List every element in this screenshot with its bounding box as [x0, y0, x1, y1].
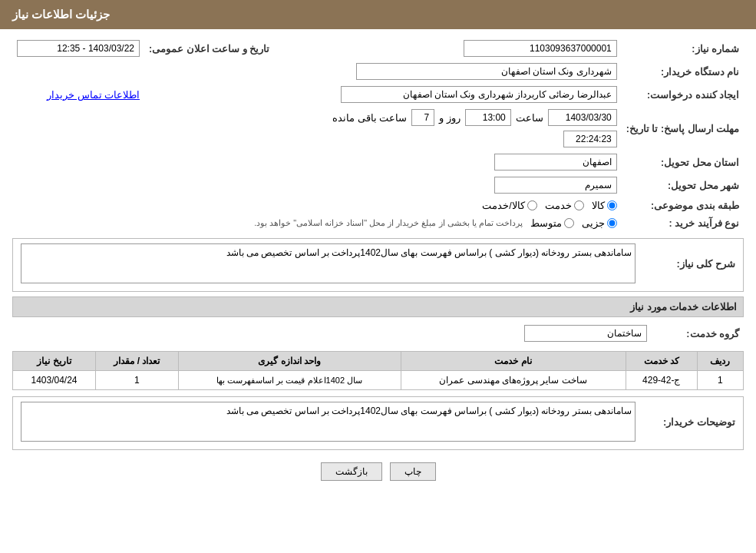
motevaset-label: متوسط [530, 217, 562, 229]
col-tedad: تعداد / مقدار [95, 352, 178, 371]
shomare-niaz-value: 1103093637000001 [464, 40, 617, 57]
page-title: جزئیات اطلاعات نیاز [12, 8, 110, 21]
print-button[interactable]: چاپ [390, 462, 436, 481]
sharh-label: شرح کلی نیاز: [636, 258, 735, 270]
mohlat-cell: 1403/03/30 ساعت 13:00 روز و 7 ساعت باقی … [297, 106, 622, 151]
radio-kala-khedmat[interactable]: کالا/خدمت [482, 200, 536, 211]
tarikh-cell: 1403/03/22 - 12:35 [12, 37, 144, 60]
roz-label: روز و [439, 112, 460, 124]
baqi-label: ساعت باقی مانده [332, 112, 407, 124]
radio-motevaset[interactable]: متوسط [530, 217, 574, 229]
tozihat-textarea[interactable]: ساماندهی بستر رودخانه (دیوار کشی ) براسا… [21, 402, 636, 442]
nam-dastgah-value: شهرداری ونک استان اصفهان [356, 63, 617, 80]
tabaqe-label: طبقه بندی موضوعی: [622, 197, 744, 214]
mohlat-baqi: 22:24:23 [563, 131, 617, 147]
services-table: ردیف کد خدمت نام خدمت واحد اندازه گیری ت… [12, 351, 744, 390]
sharh-textarea[interactable]: ساماندهی بستر رودخانه (دیوار کشی ) براسا… [21, 243, 636, 283]
cell-kod: ج-42-429 [626, 371, 697, 390]
sharh-section: شرح کلی نیاز: ساماندهی بستر رودخانه (دیو… [12, 238, 744, 292]
cell-tarikh: 1403/04/24 [13, 371, 96, 390]
grohe-cell: ساختمان [12, 322, 652, 345]
col-radif: ردیف [697, 352, 743, 371]
ostan-label: استان محل تحویل: [622, 151, 744, 174]
shahr-value: سمیرم [494, 177, 617, 194]
table-row: 1 ج-42-429 ساخت سایر پروژه‌های مهندسی عم… [13, 371, 744, 390]
jozei-label: جزیی [582, 217, 605, 229]
tarikh-value: 1403/03/22 - 12:35 [17, 40, 140, 57]
cell-name: ساخت سایر پروژه‌های مهندسی عمران [401, 371, 626, 390]
back-button[interactable]: بازگشت [321, 462, 382, 481]
radio-jozei[interactable]: جزیی [582, 217, 617, 229]
nam-dastgah-label: نام دستگاه خریدار: [622, 60, 744, 83]
ijad-konande-value: عبدالرضا رضائی کاربرداز شهرداری ونک استا… [341, 86, 617, 103]
radio-kala[interactable]: کالا [592, 200, 617, 211]
cell-radif: 1 [697, 371, 743, 390]
buttons-row: چاپ بازگشت [12, 455, 744, 488]
mohlat-label: مهلت ارسال پاسخ: تا تاریخ: [622, 106, 744, 151]
shomare-niaz-label: شماره نیاز: [622, 37, 744, 60]
ettelaat-cell[interactable]: اطلاعات تماس خریدار [12, 83, 144, 106]
radio-khedmat[interactable]: خدمت [545, 200, 584, 211]
tabaqe-cell: کالا خدمت کالا/خدمت [12, 197, 622, 214]
mohlat-roz: 7 [411, 109, 434, 126]
mohlat-date: 1403/03/30 [548, 109, 617, 126]
tozihat-label: توضیحات خریدار: [636, 416, 735, 428]
tarikh-label: تاریخ و ساعت اعلان عمومی: [144, 37, 274, 60]
col-kod: کد خدمت [626, 352, 697, 371]
grohe-label: گروه خدمت: [652, 322, 744, 345]
kala-label: کالا [592, 200, 605, 211]
col-tarikh: تاریخ نیاز [13, 352, 96, 371]
nav-far-note: پرداخت تمام یا بخشی از مبلغ خریدار از مح… [254, 218, 523, 228]
khedmat-label: خدمت [545, 200, 572, 211]
info-table: شماره نیاز: 1103093637000001 تاریخ و ساع… [12, 37, 744, 232]
nam-dastgah-cell: شهرداری ونک استان اصفهان [12, 60, 622, 83]
ijad-konande-cell: عبدالرضا رضائی کاربرداز شهرداری ونک استا… [144, 83, 622, 106]
page-header: جزئیات اطلاعات نیاز [0, 0, 756, 29]
kala-khedmat-label: کالا/خدمت [482, 200, 524, 211]
shahr-cell: سمیرم [12, 174, 622, 197]
ostan-value: اصفهان [494, 154, 617, 171]
nav-far-label: نوع فرآیند خرید : [622, 214, 744, 232]
grohe-table: گروه خدمت: ساختمان [12, 322, 744, 345]
col-name: نام خدمت [401, 352, 626, 371]
ijad-konande-label: ایجاد کننده درخواست: [622, 83, 744, 106]
ettelaat-link[interactable]: اطلاعات تماس خریدار [47, 90, 140, 101]
tozihat-section: توضیحات خریدار: ساماندهی بستر رودخانه (د… [12, 396, 744, 450]
cell-vahed: سال 1402اعلام قیمت بر اساسفهرست بها [178, 371, 401, 390]
shahr-label: شهر محل تحویل: [622, 174, 744, 197]
nav-far-cell: جزیی متوسط پرداخت تمام یا بخشی از مبلغ خ… [12, 214, 622, 232]
saat-label: ساعت [516, 112, 543, 124]
shomare-niaz-cell: 1103093637000001 [297, 37, 622, 60]
services-title: اطلاعات خدمات مورد نیاز [12, 296, 744, 317]
grohe-value: ساختمان [524, 325, 647, 342]
col-vahed: واحد اندازه گیری [178, 352, 401, 371]
ostan-cell: اصفهان [12, 151, 622, 174]
mohlat-saat: 13:00 [465, 109, 511, 126]
cell-tedad: 1 [95, 371, 178, 390]
